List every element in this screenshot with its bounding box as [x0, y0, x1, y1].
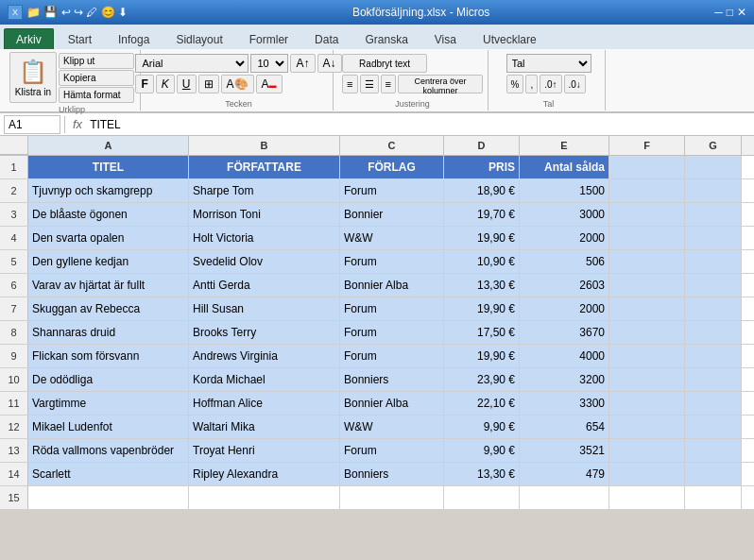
cell-g11[interactable]	[685, 392, 742, 415]
cell-f1[interactable]	[609, 156, 685, 178]
cell-g12[interactable]	[685, 416, 742, 438]
cell-g2[interactable]	[685, 179, 742, 202]
cell-a13[interactable]: Röda vallmons vapenbröder	[28, 439, 189, 462]
cell-e2[interactable]: 1500	[520, 179, 609, 202]
merge-center-button[interactable]: Centrera över kolumner	[398, 75, 483, 93]
cell-a4[interactable]: Den svarta opalen	[28, 227, 189, 249]
font-grow-button[interactable]: A↑	[290, 54, 315, 73]
cell-d8[interactable]: 17,50 €	[444, 321, 520, 344]
cell-d3[interactable]: 19,70 €	[444, 203, 520, 226]
cell-d13[interactable]: 9,90 €	[444, 439, 520, 462]
cell-b7[interactable]: Hill Susan	[189, 297, 340, 320]
cell-e6[interactable]: 2603	[520, 274, 609, 297]
cell-d14[interactable]: 13,30 €	[444, 463, 520, 485]
cell-f13[interactable]	[609, 439, 685, 462]
cell-a6[interactable]: Varav av hjärtat är fullt	[28, 274, 189, 297]
fill-color-button[interactable]: A🎨	[221, 75, 254, 93]
cell-a3[interactable]: De blåaste ögonen	[28, 203, 189, 226]
cell-a9[interactable]: Flickan som försvann	[28, 345, 189, 367]
cell-e10[interactable]: 3200	[520, 368, 609, 391]
cell-e1[interactable]: Antal sålda	[520, 156, 609, 178]
cell-c8[interactable]: Forum	[340, 321, 444, 344]
italic-button[interactable]: K	[156, 75, 175, 93]
formula-input[interactable]	[90, 118, 750, 131]
cell-c11[interactable]: Bonnier Alba	[340, 392, 444, 415]
cell-d15[interactable]	[444, 486, 520, 509]
cell-g7[interactable]	[685, 297, 742, 320]
cell-d12[interactable]: 9,90 €	[444, 416, 520, 438]
format-painter-button[interactable]: Hämta format	[59, 87, 134, 103]
cell-e5[interactable]: 506	[520, 250, 609, 273]
col-header-b[interactable]: B	[189, 136, 340, 155]
percent-button[interactable]: %	[506, 75, 524, 93]
align-left-button[interactable]: ≡	[342, 75, 357, 93]
minimize-btn[interactable]: ─	[714, 6, 723, 19]
cell-e3[interactable]: 3000	[520, 203, 609, 226]
tab-formler[interactable]: Formler	[237, 28, 300, 49]
cell-f15[interactable]	[609, 486, 685, 509]
align-center-button[interactable]: ☰	[360, 75, 379, 93]
cell-b4[interactable]: Holt Victoria	[189, 227, 340, 249]
increase-decimal-button[interactable]: .0↑	[540, 75, 561, 93]
tab-infoga[interactable]: Infoga	[106, 28, 162, 49]
cell-c14[interactable]: Bonniers	[340, 463, 444, 485]
cell-f7[interactable]	[609, 297, 685, 320]
cell-c2[interactable]: Forum	[340, 179, 444, 202]
cell-g1[interactable]	[685, 156, 742, 178]
cell-e12[interactable]: 654	[520, 416, 609, 438]
cell-f2[interactable]	[609, 179, 685, 202]
cell-f14[interactable]	[609, 463, 685, 485]
cell-e8[interactable]: 3670	[520, 321, 609, 344]
cell-c7[interactable]: Forum	[340, 297, 444, 320]
cell-g8[interactable]	[685, 321, 742, 344]
cell-b9[interactable]: Andrews Virginia	[189, 345, 340, 367]
cell-d10[interactable]: 23,90 €	[444, 368, 520, 391]
cell-a5[interactable]: Den gyllene kedjan	[28, 250, 189, 273]
cell-b10[interactable]: Korda Michael	[189, 368, 340, 391]
tab-utvecklare[interactable]: Utvecklare	[471, 28, 549, 49]
cell-g4[interactable]	[685, 227, 742, 249]
tab-granska[interactable]: Granska	[352, 28, 420, 49]
cell-a8[interactable]: Shannaras druid	[28, 321, 189, 344]
cell-b5[interactable]: Svedelid Olov	[189, 250, 340, 273]
cell-b3[interactable]: Morrison Toni	[189, 203, 340, 226]
cell-f11[interactable]	[609, 392, 685, 415]
cell-d11[interactable]: 22,10 €	[444, 392, 520, 415]
cell-c12[interactable]: W&W	[340, 416, 444, 438]
cell-d6[interactable]: 13,30 €	[444, 274, 520, 297]
cell-a2[interactable]: Tjuvnyp och skamgrepp	[28, 179, 189, 202]
cell-b11[interactable]: Hoffman Alice	[189, 392, 340, 415]
cell-g3[interactable]	[685, 203, 742, 226]
cut-button[interactable]: Klipp ut	[59, 53, 134, 69]
cell-b2[interactable]: Sharpe Tom	[189, 179, 340, 202]
cell-c15[interactable]	[340, 486, 444, 509]
cell-g5[interactable]	[685, 250, 742, 273]
cell-a14[interactable]: Scarlett	[28, 463, 189, 485]
align-right-button[interactable]: ≡	[381, 75, 396, 93]
cell-e11[interactable]: 3300	[520, 392, 609, 415]
cell-c10[interactable]: Bonniers	[340, 368, 444, 391]
col-header-e[interactable]: E	[520, 136, 609, 155]
bold-button[interactable]: F	[135, 75, 153, 93]
cell-f12[interactable]	[609, 416, 685, 438]
tab-sidlayout[interactable]: Sidlayout	[163, 28, 234, 49]
cell-c4[interactable]: W&W	[340, 227, 444, 249]
cell-f9[interactable]	[609, 345, 685, 367]
col-header-f[interactable]: F	[609, 136, 685, 155]
cell-c9[interactable]: Forum	[340, 345, 444, 367]
cell-f10[interactable]	[609, 368, 685, 391]
col-header-a[interactable]: A	[28, 136, 189, 155]
cell-a7[interactable]: Skuggan av Rebecca	[28, 297, 189, 320]
border-button[interactable]: ⊞	[198, 75, 219, 93]
cell-a11[interactable]: Vargtimme	[28, 392, 189, 415]
decrease-decimal-button[interactable]: .0↓	[564, 75, 586, 93]
cell-a12[interactable]: Mikael Ludenfot	[28, 416, 189, 438]
cell-b6[interactable]: Antti Gerda	[189, 274, 340, 297]
cell-d7[interactable]: 19,90 €	[444, 297, 520, 320]
cell-f8[interactable]	[609, 321, 685, 344]
wrap-text-button[interactable]: Radbryt text	[342, 54, 427, 73]
copy-button[interactable]: Kopiera	[59, 70, 134, 86]
number-format-select[interactable]: Tal	[506, 54, 591, 73]
font-family-select[interactable]: Arial	[135, 54, 248, 73]
cell-a1[interactable]: TITEL	[28, 156, 189, 178]
